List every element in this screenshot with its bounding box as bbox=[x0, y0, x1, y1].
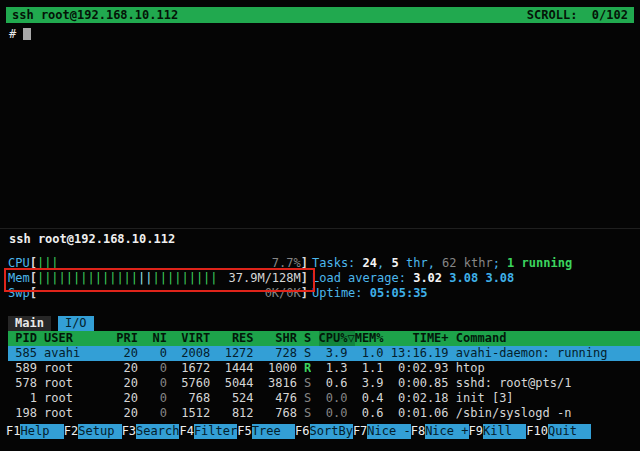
cell-user: root bbox=[44, 391, 109, 406]
cell-res: 5044 bbox=[217, 376, 253, 391]
cell-cpu: 0.6 bbox=[319, 376, 348, 391]
process-row-589[interactable]: 589root200167214441000R1.31.10:02.93htop bbox=[8, 361, 640, 376]
cpu-meter-bars: ||| bbox=[37, 256, 59, 271]
fkey-number: F6 bbox=[295, 424, 309, 439]
meters-column: CPU[|||7.7%]Mem[||||||||||||||||||||||||… bbox=[8, 256, 308, 301]
cell-virt: 768 bbox=[174, 391, 210, 406]
cell-ni: 0 bbox=[145, 346, 167, 361]
process-row-585[interactable]: 585avahi20020081272728S3.91.013:16.19ava… bbox=[8, 346, 640, 361]
cell-pid: 589 bbox=[8, 361, 37, 376]
column-header-ni[interactable]: NI bbox=[145, 331, 167, 346]
process-table: 585avahi20020081272728S3.91.013:16.19ava… bbox=[8, 346, 640, 421]
fkey-sortby[interactable]: F6SortBy bbox=[295, 424, 353, 439]
cell-command: htop bbox=[456, 361, 640, 376]
cell-time: 13:16.19 bbox=[391, 346, 449, 361]
cell-command: init [3] bbox=[456, 391, 640, 406]
terminal-screen: ssh root@192.168.10.112 SCROLL: 0/102 # … bbox=[0, 0, 640, 451]
cell-pri: 20 bbox=[116, 361, 138, 376]
system-info-column: Tasks: 24, 5 thr, 62 kthr; 1 runningLoad… bbox=[312, 256, 640, 301]
mem-meter-value: 37.9M/128M bbox=[229, 271, 301, 286]
cell-pri: 20 bbox=[116, 391, 138, 406]
column-header-time[interactable]: TIME+ bbox=[391, 331, 449, 346]
cell-ni: 0 bbox=[145, 406, 167, 421]
fkey-label: Quit bbox=[548, 424, 591, 439]
cell-virt: 2008 bbox=[174, 346, 210, 361]
cell-shr: 476 bbox=[261, 391, 297, 406]
htop-app: CPU[|||7.7%]Mem[||||||||||||||||||||||||… bbox=[8, 256, 640, 421]
tab-io[interactable]: I/O bbox=[58, 316, 94, 331]
process-row-198[interactable]: 198root2001512812768S0.00.60:01.06/sbin/… bbox=[8, 406, 640, 421]
cell-time: 0:00.85 bbox=[391, 376, 449, 391]
cell-pid: 578 bbox=[8, 376, 37, 391]
mem-meter-label: Mem bbox=[8, 271, 30, 286]
cell-res: 1272 bbox=[217, 346, 253, 361]
column-header-s[interactable]: S bbox=[304, 331, 311, 346]
column-header-res[interactable]: RES bbox=[217, 331, 253, 346]
column-header-shr[interactable]: SHR bbox=[261, 331, 297, 346]
cell-res: 1444 bbox=[217, 361, 253, 376]
function-key-bar: F1Help F2Setup F3SearchF4FilterF5Tree F6… bbox=[6, 424, 640, 439]
cell-res: 812 bbox=[217, 406, 253, 421]
cell-pri: 20 bbox=[116, 376, 138, 391]
cell-s: S bbox=[304, 376, 311, 391]
cell-ni: 0 bbox=[145, 376, 167, 391]
fkey-label: SortBy bbox=[310, 424, 353, 439]
cell-time: 0:02.93 bbox=[391, 361, 449, 376]
bottom-pane-title: ssh root@192.168.10.112 bbox=[9, 232, 175, 247]
cell-cpu: 1.3 bbox=[319, 361, 348, 376]
load-average-text: Load average: 3.02 3.08 3.08 bbox=[312, 271, 640, 286]
uptime-text: Uptime: 05:05:35 bbox=[312, 286, 640, 301]
fkey-label: Search bbox=[136, 424, 179, 439]
fkey-number: F7 bbox=[353, 424, 367, 439]
cell-mem: 1.1 bbox=[355, 361, 384, 376]
fkey-help[interactable]: F1Help bbox=[6, 424, 64, 439]
tasks-text: Tasks: 24, 5 thr, 62 kthr; 1 running bbox=[312, 256, 640, 271]
fkey-quit[interactable]: F10Quit bbox=[526, 424, 591, 439]
fkey-number: F4 bbox=[179, 424, 193, 439]
fkey-nice[interactable]: F8Nice + bbox=[411, 424, 469, 439]
column-header-command[interactable]: Command bbox=[456, 331, 640, 346]
fkey-search[interactable]: F3Search bbox=[122, 424, 180, 439]
cpu-meter: CPU[|||7.7%] bbox=[8, 256, 308, 271]
process-row-1[interactable]: 1root200768524476S0.00.40:02.18init [3] bbox=[8, 391, 640, 406]
column-header-user[interactable]: USER bbox=[44, 331, 109, 346]
column-header-pri[interactable]: PRI bbox=[116, 331, 138, 346]
cpu-meter-label: CPU bbox=[8, 256, 30, 271]
cell-user: avahi bbox=[44, 346, 109, 361]
fkey-label: Setup bbox=[78, 424, 121, 439]
pane-divider bbox=[0, 228, 640, 229]
cell-s: R bbox=[304, 361, 311, 376]
cell-cpu: 0.0 bbox=[319, 406, 348, 421]
fkey-label: Tree bbox=[252, 424, 295, 439]
column-header-virt[interactable]: VIRT bbox=[174, 331, 210, 346]
fkey-number: F2 bbox=[64, 424, 78, 439]
cell-shr: 768 bbox=[261, 406, 297, 421]
cell-time: 0:01.06 bbox=[391, 406, 449, 421]
column-header-pid[interactable]: PID bbox=[8, 331, 37, 346]
fkey-tree[interactable]: F5Tree bbox=[237, 424, 295, 439]
fkey-number: F5 bbox=[237, 424, 251, 439]
fkey-kill[interactable]: F9Kill bbox=[469, 424, 527, 439]
column-header-mem[interactable]: MEM% bbox=[355, 331, 384, 346]
cell-virt: 5760 bbox=[174, 376, 210, 391]
mem-meter-bars: ||||||||||||||||||||||||| bbox=[37, 271, 218, 286]
swp-meter-label: Swp bbox=[8, 286, 30, 301]
fkey-label: Nice + bbox=[425, 424, 468, 439]
cell-shr: 3816 bbox=[261, 376, 297, 391]
htop-meters-area: CPU[|||7.7%]Mem[||||||||||||||||||||||||… bbox=[8, 256, 640, 301]
cell-user: root bbox=[44, 361, 109, 376]
column-header-cpu[interactable]: CPU%▽ bbox=[319, 331, 355, 346]
cell-user: root bbox=[44, 406, 109, 421]
mem-meter: Mem[|||||||||||||||||||||||||37.9M/128M] bbox=[8, 271, 308, 286]
cell-mem: 1.0 bbox=[355, 346, 384, 361]
cell-command: avahi-daemon: running bbox=[456, 346, 640, 361]
fkey-filter[interactable]: F4Filter bbox=[179, 424, 237, 439]
fkey-setup[interactable]: F2Setup bbox=[64, 424, 122, 439]
tab-main[interactable]: Main bbox=[8, 316, 51, 331]
cell-mem: 0.4 bbox=[355, 391, 384, 406]
shell-prompt-line: # bbox=[9, 27, 31, 42]
process-row-578[interactable]: 578root200576050443816S0.63.90:00.85sshd… bbox=[8, 376, 640, 391]
fkey-label: Filter bbox=[194, 424, 237, 439]
fkey-nice[interactable]: F7Nice - bbox=[353, 424, 411, 439]
cell-pri: 20 bbox=[116, 406, 138, 421]
